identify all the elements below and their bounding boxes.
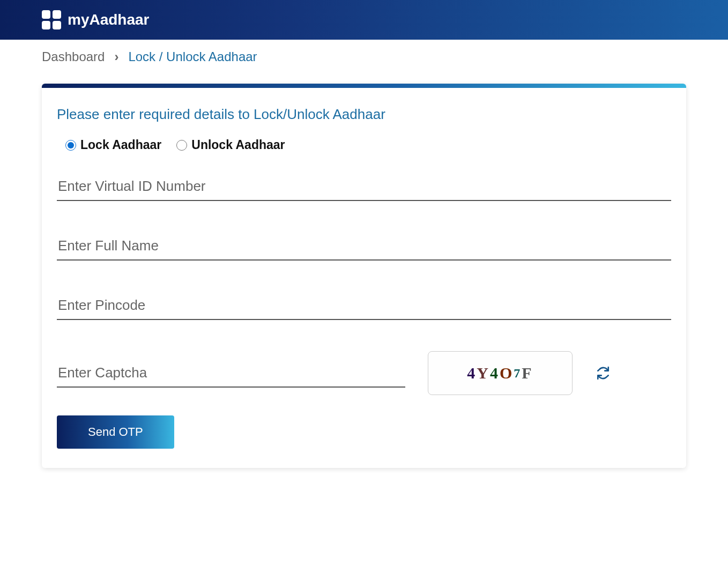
pincode-field-wrap <box>57 292 671 320</box>
captcha-input[interactable] <box>57 359 405 388</box>
app-header: myAadhaar <box>0 0 728 40</box>
send-otp-button[interactable]: Send OTP <box>57 415 174 449</box>
breadcrumb-dashboard[interactable]: Dashboard <box>42 49 105 64</box>
logo-text: myAadhaar <box>68 11 150 28</box>
refresh-icon <box>596 366 610 380</box>
breadcrumb-current: Lock / Unlock Aadhaar <box>128 49 257 64</box>
radio-lock[interactable]: Lock Aadhaar <box>65 138 161 152</box>
breadcrumb-separator-icon: › <box>114 49 118 64</box>
logo-grid-icon <box>42 10 61 29</box>
captcha-image: 4Y4O7F <box>428 351 573 395</box>
vid-input[interactable] <box>57 173 671 201</box>
lock-unlock-card: Please enter required details to Lock/Un… <box>42 84 686 468</box>
fullname-input[interactable] <box>57 232 671 261</box>
captcha-row: 4Y4O7F <box>57 351 671 395</box>
radio-unlock-label[interactable]: Unlock Aadhaar <box>191 138 285 152</box>
vid-field-wrap <box>57 173 671 201</box>
card-accent-bar <box>42 84 686 88</box>
pincode-input[interactable] <box>57 292 671 320</box>
radio-lock-label[interactable]: Lock Aadhaar <box>80 138 161 152</box>
refresh-captcha-button[interactable] <box>595 365 611 381</box>
name-field-wrap <box>57 232 671 261</box>
radio-unlock[interactable]: Unlock Aadhaar <box>176 138 285 152</box>
radio-lock-input[interactable] <box>65 140 76 151</box>
breadcrumb: Dashboard › Lock / Unlock Aadhaar <box>0 40 728 74</box>
logo[interactable]: myAadhaar <box>42 10 150 29</box>
card-title: Please enter required details to Lock/Un… <box>57 106 671 123</box>
radio-unlock-input[interactable] <box>176 140 187 151</box>
lock-unlock-radio-group: Lock Aadhaar Unlock Aadhaar <box>57 138 671 152</box>
